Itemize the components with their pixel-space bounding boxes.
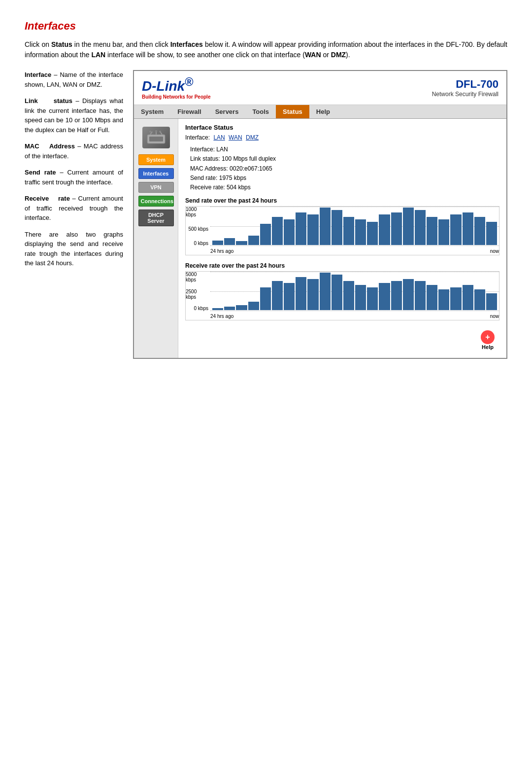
bar	[463, 212, 473, 245]
bar	[379, 283, 390, 310]
send-chart-section: Send rate over the past 24 hours 1000 kb…	[185, 197, 499, 255]
detail-mac: MAC Address: 0020:e067:1065	[190, 164, 499, 174]
detail-receive-rate: Receive rate: 504 kbps	[190, 183, 499, 192]
send-chart-y-labels: 1000 kbps 500 kbps 0 kbps	[186, 207, 209, 246]
bar	[307, 279, 318, 310]
bar	[450, 214, 461, 245]
product-model: DFL-700	[432, 78, 499, 91]
receive-y-bot: 0 kbps	[194, 306, 208, 311]
bar	[367, 222, 378, 245]
bar	[403, 208, 414, 245]
bar	[486, 222, 497, 245]
logo-registered: ®	[185, 75, 193, 88]
bar	[474, 289, 485, 310]
help-float: + Help	[185, 327, 499, 353]
bar	[486, 293, 497, 310]
dlink-product: DFL-700 Network Security Firewall	[432, 78, 499, 98]
nav-firewall[interactable]: Firewall	[170, 105, 208, 118]
bar	[224, 307, 235, 310]
bar	[296, 277, 306, 311]
send-chart: 1000 kbps 500 kbps 0 kbps 24 hrs ago	[185, 206, 499, 255]
nav-system[interactable]: System	[134, 105, 170, 118]
bar	[260, 287, 271, 310]
bar	[403, 279, 414, 310]
dlink-header: D-Link® Building Networks for People DFL…	[134, 71, 506, 105]
receive-chart-section: Receive rate over the past 24 hours 5000…	[185, 262, 499, 320]
bar	[450, 287, 461, 310]
bar	[212, 241, 223, 245]
interface-label: Interface:	[185, 134, 210, 141]
detail-interface: Interface: LAN	[190, 145, 499, 154]
bar	[427, 285, 437, 310]
sidebar: System Interfaces VPN Connections DHCP S…	[134, 119, 178, 358]
interface-link-wan[interactable]: WAN	[229, 134, 242, 141]
svg-point-7	[159, 131, 161, 133]
receive-chart-title: Receive rate over the past 24 hours	[185, 262, 499, 269]
help-label: Help	[482, 344, 494, 350]
send-chart-title: Send rate over the past 24 hours	[185, 197, 499, 204]
bar	[236, 305, 247, 310]
sidebar-dhcp-btn[interactable]: DHCP Server	[138, 210, 174, 226]
dlink-ui-panel: D-Link® Building Networks for People DFL…	[133, 70, 507, 359]
sidebar-vpn-btn[interactable]: VPN	[138, 182, 174, 193]
router-icon	[142, 127, 170, 148]
tagline: Building Networks for People	[142, 94, 210, 100]
bar	[212, 308, 223, 310]
receive-x-end: now	[490, 314, 499, 319]
bar	[260, 224, 271, 245]
interface-link-lan[interactable]: LAN	[213, 134, 225, 141]
nav-status[interactable]: Status	[276, 105, 309, 118]
interface-status-title: Interface Status	[185, 124, 499, 131]
send-chart-x-labels: 24 hrs ago now	[210, 248, 499, 254]
term-link-status: Link status	[25, 97, 72, 105]
bar	[284, 219, 295, 245]
term-send-rate: Send rate	[25, 169, 56, 176]
nav-bar: System Firewall Servers Tools Status Hel…	[134, 105, 506, 119]
bar	[391, 212, 402, 245]
bar	[320, 208, 331, 245]
sidebar-connections-btn[interactable]: Connections	[138, 196, 174, 207]
interface-links: Interface: LAN WAN DMZ	[185, 134, 499, 141]
bar	[296, 212, 306, 245]
nav-tools[interactable]: Tools	[245, 105, 276, 118]
content-area: System Interfaces VPN Connections DHCP S…	[134, 119, 506, 358]
svg-point-5	[149, 131, 151, 133]
bar	[236, 241, 247, 245]
bar	[474, 217, 485, 245]
description-panel: Interface – Name of the interface shown,…	[25, 70, 123, 275]
receive-y-mid: 2500 kbps	[186, 289, 208, 300]
nav-servers[interactable]: Servers	[208, 105, 246, 118]
dlink-logo: D-Link® Building Networks for People	[142, 76, 210, 100]
bar	[427, 217, 437, 245]
interface-details: Interface: LAN Link status: 100 Mbps ful…	[190, 145, 499, 192]
bar	[355, 219, 366, 245]
bar	[272, 281, 283, 310]
bar	[307, 214, 318, 245]
bar	[438, 219, 449, 245]
bar	[343, 217, 354, 245]
send-y-mid: 500 kbps	[188, 226, 208, 232]
bar	[284, 283, 295, 310]
bar	[332, 275, 342, 310]
interface-link-dmz[interactable]: DMZ	[246, 134, 259, 141]
nav-help[interactable]: Help	[309, 105, 337, 118]
bar	[379, 214, 390, 245]
bar	[355, 285, 366, 310]
term-interface: Interface	[25, 71, 51, 78]
term-mac-address: MAC Address	[25, 142, 75, 150]
sidebar-interfaces-btn[interactable]: Interfaces	[138, 168, 174, 179]
bar	[367, 287, 378, 310]
svg-rect-1	[149, 137, 163, 141]
help-circle-icon: +	[481, 330, 495, 344]
bar	[272, 217, 283, 245]
logo-name: D-Link®	[142, 76, 210, 94]
detail-send-rate: Send rate: 1975 kbps	[190, 174, 499, 183]
bar	[320, 273, 331, 310]
bar	[415, 281, 426, 310]
help-button[interactable]: + Help	[481, 330, 495, 350]
bar	[224, 238, 235, 245]
svg-point-6	[155, 130, 157, 132]
sidebar-system-btn[interactable]: System	[138, 154, 174, 165]
send-y-top: 1000 kbps	[186, 207, 208, 217]
bar	[248, 302, 259, 310]
